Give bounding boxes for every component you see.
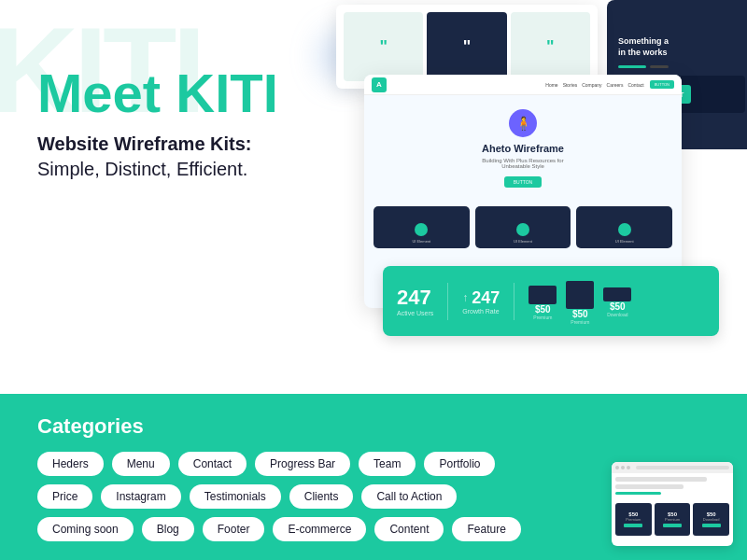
small-price-btn-3	[702, 524, 721, 527]
tag-footer[interactable]: Footer	[203, 517, 265, 541]
small-price-btn-1	[624, 524, 642, 527]
dot-1	[615, 466, 619, 469]
stats-divider	[447, 283, 448, 320]
tag-call-to-action[interactable]: Call to Action	[361, 484, 457, 509]
card-3: UI Element	[576, 206, 672, 248]
bottom-section: Categories Heders Menu Contact Progress …	[0, 394, 747, 560]
price-1: $50	[535, 304, 551, 315]
slide-card-1: "	[344, 12, 423, 81]
dot-2	[621, 466, 625, 469]
price-label-3: Download	[607, 312, 627, 317]
card-label-3: UI Element	[615, 239, 634, 244]
cards-row: UI Element UI Element UI Element	[364, 206, 682, 248]
tag-testimonials[interactable]: Testimonials	[190, 484, 281, 509]
nav-link-5: Contact	[627, 82, 643, 88]
hero-sub: Building With Plus Resources forUnbeatab…	[482, 158, 563, 169]
tag-team[interactable]: Team	[359, 452, 416, 476]
dark-mockup-title: Something ain the works	[618, 36, 745, 58]
tag-progress-bar[interactable]: Progress Bar	[255, 452, 350, 476]
categories-row-2: Price Instagram Testimonials Clients Cal…	[37, 484, 710, 509]
mockup-small-right: $50 Premium $50 Premium $50 Download	[612, 462, 733, 546]
card-label-1: UI Element	[412, 239, 430, 244]
card-circle-3	[618, 223, 631, 236]
tag-feature[interactable]: Feature	[452, 517, 520, 541]
stats-sub: Active Users	[397, 310, 433, 316]
hero-button[interactable]: BUTTON	[504, 176, 542, 188]
tag-clients[interactable]: Clients	[289, 484, 354, 509]
nav-button[interactable]: BUTTON	[650, 80, 674, 89]
page-wrapper: KITI Meet KITI Website Wireframe Kits: S…	[0, 0, 747, 560]
card-label-2: UI Element	[514, 239, 532, 244]
stats-divider-2	[514, 283, 514, 320]
card-circle-2	[516, 223, 529, 236]
bar-3	[603, 287, 631, 301]
bar-1	[529, 286, 557, 304]
quote-icon-3: "	[546, 37, 555, 57]
nav-link-1: Home	[545, 82, 557, 88]
price-label-1: Premium	[533, 315, 552, 320]
mockups-area: " " " Something ain the works	[355, 0, 747, 345]
card-1: UI Element	[374, 206, 470, 248]
slide-card-3: "	[511, 12, 590, 81]
quote-icon-2: "	[463, 37, 472, 57]
small-price-sub-3: Download	[703, 517, 720, 522]
small-price-2: $50 Premium	[655, 503, 691, 536]
arrow-icon: ↑	[462, 291, 468, 304]
small-bar-accent	[615, 492, 661, 495]
tag-menu[interactable]: Menu	[112, 452, 170, 476]
small-nav	[612, 462, 733, 473]
tag-price[interactable]: Price	[37, 484, 92, 509]
price-col-1: $50 Premium	[529, 283, 557, 320]
tag-blog[interactable]: Blog	[142, 517, 194, 541]
slide-card-2: "	[427, 12, 506, 81]
small-col-content	[615, 477, 729, 497]
main-title: Meet KITI	[37, 65, 355, 122]
tag-instagram[interactable]: Instagram	[101, 484, 180, 509]
bar-2	[566, 281, 594, 309]
nav-link-2: Stories	[563, 82, 578, 88]
card-2: UI Element	[475, 206, 571, 248]
tag-coming-soon[interactable]: Coming soon	[37, 517, 134, 541]
left-content: Meet KITI Website Wireframe Kits: Simple…	[37, 28, 355, 180]
price-label-2: Premium	[571, 319, 589, 325]
dot-3	[627, 466, 630, 469]
small-price-sub-2: Premium	[665, 517, 680, 522]
card-circle-1	[415, 223, 428, 236]
top-section: KITI Meet KITI Website Wireframe Kits: S…	[0, 0, 747, 394]
nav-link-3: Company	[582, 82, 601, 88]
small-body	[612, 473, 733, 501]
small-bar-1	[615, 477, 707, 482]
stats-right-num: ↑ 247 Growth Rate	[462, 288, 500, 315]
small-price-row: $50 Premium $50 Premium $50 Download	[612, 501, 733, 538]
mockup-nav: A Home Stories Company Careers Contact B…	[364, 75, 682, 95]
hero-title: Aheto Wireframe	[482, 143, 564, 154]
subtitle-light: Simple, Distinct, Efficient.	[37, 159, 355, 180]
categories-title: Categories	[37, 414, 710, 439]
small-price-sub-1: Premium	[626, 517, 641, 522]
tag-ecommerce[interactable]: E-commerce	[273, 517, 366, 541]
stats-number-1: 247	[397, 286, 431, 310]
categories-row-3: Coming soon Blog Footer E-commerce Conte…	[37, 517, 710, 541]
stats-number-2: 247	[472, 288, 500, 308]
price-bars: $50 Premium $50 Premium $50 Download	[529, 278, 705, 325]
mockup-stats: 247 Active Users ↑ 247 Growth Rate	[383, 266, 719, 336]
small-price-1: $50 Premium	[615, 503, 652, 536]
tag-contact[interactable]: Contact	[178, 452, 247, 476]
small-bar-2	[615, 484, 684, 489]
price-3: $50	[610, 301, 626, 312]
price-col-2: $50 Premium	[566, 278, 594, 325]
categories-row-1: Heders Menu Contact Progress Bar Team Po…	[37, 452, 710, 476]
small-price-3: $50 Download	[693, 503, 729, 536]
small-price-btn-2	[663, 524, 682, 527]
tag-content[interactable]: Content	[374, 517, 444, 541]
stats-left: 247 Active Users	[397, 286, 433, 316]
price-2: $50	[572, 309, 588, 319]
address-bar	[636, 466, 729, 469]
nav-link-4: Careers	[607, 82, 624, 88]
tag-portfolio[interactable]: Portfolio	[424, 452, 495, 476]
nav-logo: A	[372, 77, 387, 92]
mockup-hero: 🧍 Aheto Wireframe Building With Plus Res…	[364, 95, 682, 206]
subtitle-bold: Website Wireframe Kits:	[37, 133, 355, 155]
quote-icon-1: "	[379, 37, 388, 57]
tag-heders[interactable]: Heders	[37, 452, 104, 476]
